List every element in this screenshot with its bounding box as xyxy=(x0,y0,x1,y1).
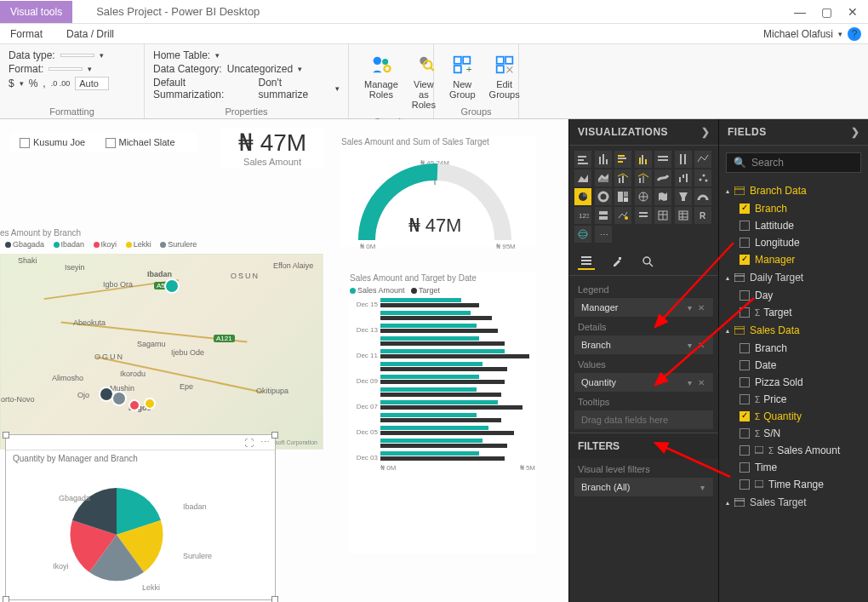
table-sales-data[interactable]: ▴Sales Data xyxy=(719,321,868,340)
field-sd-branch[interactable]: Branch xyxy=(719,340,868,357)
fields-tab-icon[interactable] xyxy=(578,253,595,270)
viz-pie-icon[interactable] xyxy=(574,188,591,205)
viz-matrix-icon[interactable] xyxy=(675,207,692,224)
viz-treemap-icon[interactable] xyxy=(614,188,631,205)
field-target[interactable]: ΣTarget xyxy=(719,304,868,321)
data-type-dropdown[interactable] xyxy=(60,54,94,57)
svg-rect-35 xyxy=(658,159,668,161)
field-branch[interactable]: Branch xyxy=(719,200,868,217)
viz-line-column-icon[interactable] xyxy=(614,169,631,186)
viz-table-icon[interactable] xyxy=(654,207,671,224)
viz-donut-icon[interactable] xyxy=(595,188,612,205)
format-dropdown[interactable] xyxy=(49,67,83,71)
viz-100-column-icon[interactable] xyxy=(675,151,692,168)
viz-kpi-icon[interactable] xyxy=(614,207,631,224)
viz-slicer-icon[interactable] xyxy=(635,207,652,224)
viz-stacked-bar-icon[interactable] xyxy=(574,151,591,168)
viz-line-clustered-icon[interactable] xyxy=(635,169,652,186)
legend-well[interactable]: Manager▾ ✕ xyxy=(574,298,713,317)
field-manager[interactable]: Manager xyxy=(719,251,868,268)
field-longitude[interactable]: Longitude xyxy=(719,234,868,251)
report-canvas[interactable]: Kusumu Joe Michael Slate ₦ 47M Sales Amo… xyxy=(0,119,568,602)
fields-search[interactable]: 🔍 Search xyxy=(726,152,861,173)
field-sales-amount[interactable]: ΣSales Amount xyxy=(719,442,868,459)
viz-r-icon[interactable]: R xyxy=(694,207,711,224)
focus-mode-icon[interactable]: ⛶ xyxy=(244,438,254,448)
field-sn[interactable]: ΣS/N xyxy=(719,425,868,442)
collapse-icon[interactable]: ❯ xyxy=(701,126,711,138)
svg-point-57 xyxy=(625,216,628,220)
field-time[interactable]: Time xyxy=(719,459,868,476)
maximize-icon[interactable]: ▢ xyxy=(821,5,832,19)
decimal-auto-dropdown[interactable]: Auto xyxy=(75,77,109,90)
visual-tools-tab[interactable]: Visual tools xyxy=(0,1,72,23)
field-lattitude[interactable]: Lattitude xyxy=(719,217,868,234)
viz-multi-card-icon[interactable] xyxy=(595,207,612,224)
svg-point-46 xyxy=(703,175,705,177)
svg-point-1 xyxy=(382,59,388,65)
tooltips-well[interactable]: Drag data fields here xyxy=(574,410,713,429)
viz-stacked-column-icon[interactable] xyxy=(595,151,612,168)
currency-button[interactable]: $ xyxy=(9,77,14,89)
svg-rect-79 xyxy=(734,273,745,282)
minimize-icon[interactable]: — xyxy=(794,5,806,19)
viz-clustered-column-icon[interactable] xyxy=(635,151,652,168)
user-dropdown-icon[interactable]: ▾ xyxy=(838,30,842,38)
viz-filled-map-icon[interactable] xyxy=(654,188,671,205)
card-value: ₦ 47M xyxy=(222,129,323,157)
viz-line-icon[interactable] xyxy=(694,151,711,168)
comma-button[interactable]: , xyxy=(43,77,45,89)
card-visual[interactable]: ₦ 47M Sales Amount xyxy=(221,128,323,168)
viz-gauge-icon[interactable] xyxy=(694,188,711,205)
format-tab-icon[interactable] xyxy=(608,253,625,270)
table-branch-data[interactable]: ▴Branch Data xyxy=(719,181,868,200)
viz-waterfall-icon[interactable] xyxy=(675,169,692,186)
viz-clustered-bar-icon[interactable] xyxy=(614,151,631,168)
default-summarization-value[interactable]: Don't summarize xyxy=(259,77,330,100)
tab-format[interactable]: Format xyxy=(10,28,43,40)
field-quantity[interactable]: ΣQuantity xyxy=(719,408,868,425)
svg-text:Surulere: Surulere xyxy=(183,552,212,560)
viz-ribbon-icon[interactable] xyxy=(654,169,671,186)
viz-100-bar-icon[interactable] xyxy=(654,151,671,168)
field-date[interactable]: Date xyxy=(719,357,868,374)
table-sales-target[interactable]: ▴Sales Target xyxy=(719,493,868,512)
viz-funnel-icon[interactable] xyxy=(675,188,692,205)
map-visual[interactable]: A5 A121 Ibadan Igbo Ora OSUN Abeokuta Sa… xyxy=(0,254,323,450)
viz-map-icon[interactable] xyxy=(635,188,652,205)
more-options-icon[interactable]: ⋯ xyxy=(260,437,270,448)
field-day[interactable]: Day xyxy=(719,287,868,304)
slicer-option[interactable]: Kusumu Joe xyxy=(20,137,85,148)
edit-groups-button[interactable]: Edit Groups xyxy=(483,49,527,103)
viz-arcgis-icon[interactable] xyxy=(574,226,591,243)
analytics-tab-icon[interactable] xyxy=(639,253,656,270)
field-pizza-sold[interactable]: Pizza Sold xyxy=(719,374,868,391)
viz-area-icon[interactable] xyxy=(574,169,591,186)
field-time-range[interactable]: Time Range xyxy=(719,476,868,493)
viz-import-icon[interactable]: ⋯ xyxy=(595,226,612,243)
field-price[interactable]: ΣPrice xyxy=(719,391,868,408)
gauge-visual[interactable]: Sales Amount and Sum of Sales Target ₦ 4… xyxy=(340,136,536,247)
user-name[interactable]: Michael Olafusi xyxy=(763,28,833,40)
viz-stacked-area-icon[interactable] xyxy=(595,169,612,186)
bar-chart-visual[interactable]: Sales Amount and Target by Date Sales Am… xyxy=(349,272,536,553)
data-category-value[interactable]: Uncategorized xyxy=(227,63,293,75)
close-icon[interactable]: ✕ xyxy=(848,5,858,19)
filter-branch[interactable]: Branch (All)▾ xyxy=(574,478,713,496)
table-daily-target[interactable]: ▴Daily Target xyxy=(719,268,868,287)
details-well[interactable]: Branch▾ ✕ xyxy=(574,335,713,354)
viz-card-icon[interactable]: 123 xyxy=(574,207,591,224)
pie-chart-visual[interactable]: ⛶ ⋯ Quantity by Manager and Branch Gbaga… xyxy=(5,434,276,600)
svg-point-4 xyxy=(424,60,431,68)
collapse-icon[interactable]: ❯ xyxy=(851,126,860,138)
viz-scatter-icon[interactable] xyxy=(694,169,711,186)
slicer-option[interactable]: Michael Slate xyxy=(106,137,175,148)
svg-rect-74 xyxy=(619,257,621,260)
manage-roles-button[interactable]: Manage Roles xyxy=(357,49,405,113)
new-group-button[interactable]: + New Group xyxy=(443,49,483,103)
percent-button[interactable]: % xyxy=(29,77,38,89)
values-well[interactable]: Quantity▾ ✕ xyxy=(574,373,713,392)
tab-data-drill[interactable]: Data / Drill xyxy=(66,28,114,40)
help-icon[interactable]: ? xyxy=(848,27,861,41)
slicer-visual[interactable]: Kusumu Joe Michael Slate xyxy=(10,133,197,152)
